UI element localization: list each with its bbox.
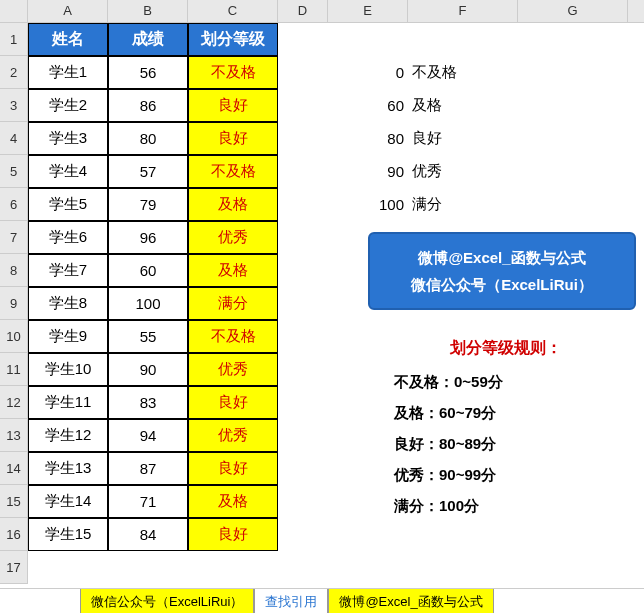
cell-D13[interactable] — [278, 419, 328, 452]
student-grade[interactable]: 优秀 — [188, 221, 278, 254]
student-score[interactable]: 79 — [108, 188, 188, 221]
lookup-threshold[interactable]: 100 — [328, 188, 408, 221]
cell-G16[interactable] — [518, 518, 628, 551]
student-grade[interactable]: 不及格 — [188, 155, 278, 188]
student-grade[interactable]: 及格 — [188, 188, 278, 221]
student-name[interactable]: 学生13 — [28, 452, 108, 485]
cell-D11[interactable] — [278, 353, 328, 386]
student-score[interactable]: 71 — [108, 485, 188, 518]
student-grade[interactable]: 良好 — [188, 122, 278, 155]
sheet-tab[interactable]: 查找引用 — [254, 589, 328, 613]
cell-D8[interactable] — [278, 254, 328, 287]
cell-D6[interactable] — [278, 188, 328, 221]
lookup-label[interactable]: 及格 — [408, 89, 518, 122]
cell-G1[interactable] — [518, 23, 628, 56]
student-grade[interactable]: 良好 — [188, 518, 278, 551]
col-header-A[interactable]: A — [28, 0, 108, 22]
student-grade[interactable]: 良好 — [188, 386, 278, 419]
row-header-3[interactable]: 3 — [0, 89, 28, 122]
cell-G4[interactable] — [518, 122, 628, 155]
cell-G2[interactable] — [518, 56, 628, 89]
row-header-14[interactable]: 14 — [0, 452, 28, 485]
cell-G17[interactable] — [518, 551, 628, 584]
student-score[interactable]: 100 — [108, 287, 188, 320]
col-header-B[interactable]: B — [108, 0, 188, 22]
cell-D3[interactable] — [278, 89, 328, 122]
cell-D4[interactable] — [278, 122, 328, 155]
row-header-4[interactable]: 4 — [0, 122, 28, 155]
student-grade[interactable]: 优秀 — [188, 419, 278, 452]
lookup-label[interactable]: 优秀 — [408, 155, 518, 188]
student-grade[interactable]: 良好 — [188, 452, 278, 485]
row-header-5[interactable]: 5 — [0, 155, 28, 188]
cell-D14[interactable] — [278, 452, 328, 485]
cell-F1[interactable] — [408, 23, 518, 56]
row-header-8[interactable]: 8 — [0, 254, 28, 287]
row-header-1[interactable]: 1 — [0, 23, 28, 56]
col-header-C[interactable]: C — [188, 0, 278, 22]
cell-F17[interactable] — [408, 551, 518, 584]
student-score[interactable]: 80 — [108, 122, 188, 155]
row-header-2[interactable]: 2 — [0, 56, 28, 89]
student-score[interactable]: 90 — [108, 353, 188, 386]
cell-D10[interactable] — [278, 320, 328, 353]
cell-G5[interactable] — [518, 155, 628, 188]
student-score[interactable]: 83 — [108, 386, 188, 419]
student-name[interactable]: 学生6 — [28, 221, 108, 254]
lookup-threshold[interactable] — [328, 518, 408, 551]
row-header-7[interactable]: 7 — [0, 221, 28, 254]
student-name[interactable]: 学生9 — [28, 320, 108, 353]
row-header-11[interactable]: 11 — [0, 353, 28, 386]
student-name[interactable]: 学生1 — [28, 56, 108, 89]
row-header-17[interactable]: 17 — [0, 551, 28, 584]
student-grade[interactable]: 良好 — [188, 89, 278, 122]
cell-D7[interactable] — [278, 221, 328, 254]
student-name[interactable]: 学生7 — [28, 254, 108, 287]
cell-G3[interactable] — [518, 89, 628, 122]
student-score[interactable]: 57 — [108, 155, 188, 188]
sheet-tab[interactable]: 微博@Excel_函数与公式 — [328, 589, 493, 613]
cell-D17[interactable] — [278, 551, 328, 584]
cell-D1[interactable] — [278, 23, 328, 56]
row-header-9[interactable]: 9 — [0, 287, 28, 320]
col-header-G[interactable]: G — [518, 0, 628, 22]
header-name[interactable]: 姓名 — [28, 23, 108, 56]
cell-E1[interactable] — [328, 23, 408, 56]
lookup-label[interactable]: 不及格 — [408, 56, 518, 89]
student-name[interactable]: 学生10 — [28, 353, 108, 386]
student-score[interactable]: 87 — [108, 452, 188, 485]
student-name[interactable]: 学生12 — [28, 419, 108, 452]
student-grade[interactable]: 优秀 — [188, 353, 278, 386]
student-name[interactable]: 学生5 — [28, 188, 108, 221]
header-score[interactable]: 成绩 — [108, 23, 188, 56]
cell-E17[interactable] — [328, 551, 408, 584]
cell-D5[interactable] — [278, 155, 328, 188]
cell-D16[interactable] — [278, 518, 328, 551]
student-name[interactable]: 学生4 — [28, 155, 108, 188]
col-header-F[interactable]: F — [408, 0, 518, 22]
cell-B17[interactable] — [108, 551, 188, 584]
sheet-tab[interactable]: 微信公众号（ExcelLiRui） — [80, 589, 254, 613]
student-name[interactable]: 学生14 — [28, 485, 108, 518]
lookup-threshold[interactable]: 0 — [328, 56, 408, 89]
lookup-label[interactable] — [408, 518, 518, 551]
row-header-10[interactable]: 10 — [0, 320, 28, 353]
lookup-threshold[interactable]: 90 — [328, 155, 408, 188]
cell-A17[interactable] — [28, 551, 108, 584]
student-grade[interactable]: 满分 — [188, 287, 278, 320]
student-grade[interactable]: 及格 — [188, 485, 278, 518]
col-header-D[interactable]: D — [278, 0, 328, 22]
header-grade[interactable]: 划分等级 — [188, 23, 278, 56]
row-header-15[interactable]: 15 — [0, 485, 28, 518]
cell-G6[interactable] — [518, 188, 628, 221]
cell-C17[interactable] — [188, 551, 278, 584]
student-score[interactable]: 56 — [108, 56, 188, 89]
cell-D12[interactable] — [278, 386, 328, 419]
row-header-13[interactable]: 13 — [0, 419, 28, 452]
student-score[interactable]: 86 — [108, 89, 188, 122]
student-name[interactable]: 学生3 — [28, 122, 108, 155]
cell-D2[interactable] — [278, 56, 328, 89]
student-grade[interactable]: 不及格 — [188, 320, 278, 353]
student-name[interactable]: 学生2 — [28, 89, 108, 122]
student-score[interactable]: 60 — [108, 254, 188, 287]
